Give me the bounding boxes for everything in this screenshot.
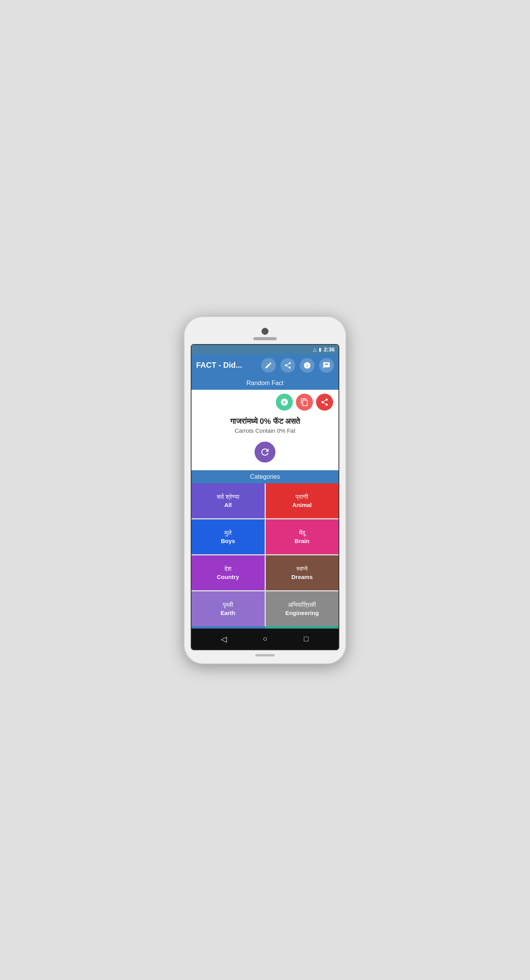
random-fact-area: गाजरांमध्ये 0% फॅट असते Carrots Contain …	[191, 390, 339, 470]
fact-marathi-text: गाजरांमध्ये 0% फॅट असते	[230, 417, 300, 426]
status-time: 2:36	[324, 346, 335, 353]
strip-teal	[265, 626, 339, 629]
category-animal[interactable]: प्राणी Animal	[266, 483, 339, 518]
status-bar: △ ▮ 2:36	[191, 345, 339, 354]
category-all-marathi: सर्व श्रेण्या	[217, 493, 239, 500]
phone-screen: △ ▮ 2:36 FACT - Did... Random Fact	[191, 344, 339, 650]
signal-icon: △	[313, 347, 316, 352]
home-button[interactable]: ○	[259, 633, 271, 645]
recent-button[interactable]: □	[301, 633, 312, 645]
battery-icon: ▮	[319, 347, 321, 352]
speaker-button[interactable]	[276, 394, 293, 411]
category-brain-english: Brain	[295, 538, 309, 544]
category-dreams-marathi: स्वप्ने	[296, 565, 308, 572]
share-fact-button[interactable]	[316, 394, 333, 411]
category-country-marathi: देश	[224, 565, 231, 572]
android-nav-bar: ◁ ○ □	[191, 629, 339, 649]
category-all[interactable]: सर्व श्रेण्या All	[191, 483, 265, 518]
category-engineering-marathi: अभियांत्रिकी	[288, 601, 316, 608]
chat-button[interactable]	[319, 358, 334, 373]
app-title: FACT - Did...	[196, 361, 256, 370]
category-brain-marathi: मेंदू	[299, 529, 305, 536]
action-icons-row	[197, 394, 333, 411]
bottom-strip	[191, 626, 339, 629]
category-boys[interactable]: मुले Boys	[191, 519, 265, 554]
category-country-english: Country	[217, 574, 239, 580]
category-brain[interactable]: मेंदू Brain	[266, 519, 339, 554]
app-bar: FACT - Did...	[191, 354, 339, 377]
category-dreams[interactable]: स्वप्ने Dreams	[266, 555, 339, 590]
fact-english-text: Carrots Contain 0% Fat	[235, 427, 296, 434]
refresh-button[interactable]	[255, 442, 275, 463]
category-boys-english: Boys	[221, 538, 235, 544]
category-earth-marathi: पृथ्वी	[223, 601, 233, 608]
category-engineering-english: Engineering	[285, 610, 319, 616]
category-earth-english: Earth	[221, 610, 235, 616]
speaker-grille	[253, 337, 277, 340]
phone-device: △ ▮ 2:36 FACT - Did... Random Fact	[184, 316, 346, 664]
category-animal-english: Animal	[292, 502, 312, 508]
categories-header: Categories	[191, 470, 339, 483]
category-country[interactable]: देश Country	[191, 555, 265, 590]
back-button[interactable]: ◁	[218, 633, 229, 645]
share-button[interactable]	[280, 358, 295, 373]
category-all-english: All	[224, 502, 232, 508]
strip-blue	[191, 626, 265, 629]
random-fact-header: Random Fact	[191, 377, 339, 390]
copy-button[interactable]	[296, 394, 313, 411]
category-engineering[interactable]: अभियांत्रिकी Engineering	[266, 591, 339, 626]
camera	[262, 328, 268, 335]
categories-grid: सर्व श्रेण्या All प्राणी Animal मुले Boy…	[191, 483, 339, 626]
category-animal-marathi: प्राणी	[296, 493, 308, 500]
edit-button[interactable]	[261, 358, 276, 373]
category-earth[interactable]: पृथ्वी Earth	[191, 591, 265, 626]
phone-home-bar	[255, 654, 275, 656]
info-button[interactable]	[300, 358, 315, 373]
category-boys-marathi: मुले	[224, 529, 232, 536]
category-dreams-english: Dreams	[291, 574, 313, 580]
